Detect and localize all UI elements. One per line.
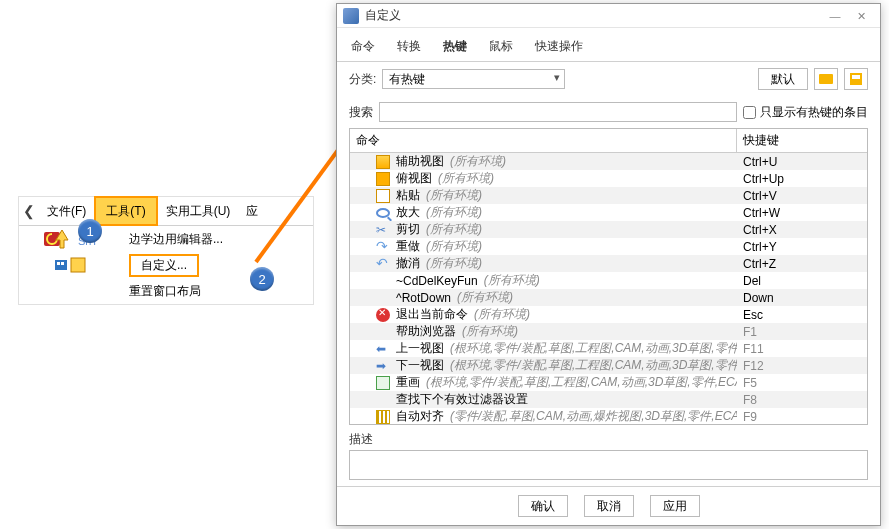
shortcut-value: Ctrl+Y	[743, 240, 777, 254]
arrr-icon: ➡	[376, 359, 390, 373]
command-name: 俯视图	[396, 170, 432, 187]
tab-commands[interactable]: 命令	[349, 34, 377, 61]
list-row[interactable]: ~CdDelKeyFun (所有环境)Del	[350, 272, 867, 289]
list-row[interactable]: 查找下个有效过滤器设置 F8	[350, 391, 867, 408]
col-header-shortcut[interactable]: 快捷键	[737, 129, 867, 152]
floppy-icon	[850, 73, 862, 85]
dialog-tabs: 命令 转换 热键 鼠标 快速操作	[337, 28, 880, 62]
shortcut-value: Esc	[743, 308, 763, 322]
command-context: (所有环境)	[426, 221, 482, 238]
command-context: (根环境,零件/装配,草图,工程图,CAM,动画,3D草图,零件,ECAD装配)	[450, 357, 737, 374]
tab-transform[interactable]: 转换	[395, 34, 423, 61]
command-name: 辅助视图	[396, 153, 444, 170]
tab-quick[interactable]: 快速操作	[533, 34, 585, 61]
list-row[interactable]: ⬅上一视图 (根环境,零件/装配,草图,工程图,CAM,动画,3D草图,零件,E…	[350, 340, 867, 357]
only-hotkey-label: 只显示有热键的条目	[760, 104, 868, 121]
command-context: (所有环境)	[457, 289, 513, 306]
search-input[interactable]	[379, 102, 737, 122]
command-name: 退出当前命令	[396, 306, 468, 323]
command-context: (所有环境)	[474, 306, 530, 323]
list-row[interactable]: 放大 (所有环境)Ctrl+W	[350, 204, 867, 221]
command-name: 剪切	[396, 221, 420, 238]
only-hotkey-checkbox[interactable]: 只显示有热键的条目	[743, 104, 868, 121]
command-context: (根环境,零件/装配,草图,工程图,CAM,动画,3D草图,零件,ECAD装配)	[450, 340, 737, 357]
command-name: 重做	[396, 238, 420, 255]
clip-icon	[376, 189, 390, 203]
grid-icon	[376, 410, 390, 424]
open-folder-button[interactable]	[814, 68, 838, 90]
only-hotkey-check[interactable]	[743, 106, 756, 119]
undo-icon	[376, 257, 390, 271]
hotkey-list: 命令 快捷键 辅助视图 (所有环境)Ctrl+U俯视图 (所有环境)Ctrl+U…	[349, 128, 868, 425]
shortcut-value: F11	[743, 342, 764, 356]
command-context: (所有环境)	[426, 255, 482, 272]
shortcut-value: Del	[743, 274, 761, 288]
category-select[interactable]: 有热键	[382, 69, 565, 89]
command-name: 查找下个有效过滤器设置	[396, 391, 528, 408]
shortcut-value: F12	[743, 359, 764, 373]
cancel-button[interactable]: 取消	[584, 495, 634, 517]
list-row[interactable]: 重画 (根环境,零件/装配,草图,工程图,CAM,动画,3D草图,零件,ECAD…	[350, 374, 867, 391]
list-row[interactable]: 退出当前命令 (所有环境)Esc	[350, 306, 867, 323]
command-name: ^RotDown	[396, 291, 451, 305]
command-context: (所有环境)	[426, 204, 482, 221]
list-row[interactable]: 俯视图 (所有环境)Ctrl+Up	[350, 170, 867, 187]
command-name: 重画	[396, 374, 420, 391]
shortcut-value: F9	[743, 410, 757, 424]
list-header: 命令 快捷键	[350, 129, 867, 153]
command-name: 自动对齐	[396, 408, 444, 424]
category-label: 分类:	[349, 71, 376, 88]
app-icon	[343, 8, 359, 24]
dialog-titlebar: 自定义 — ✕	[337, 4, 880, 28]
shortcut-value: Ctrl+W	[743, 206, 780, 220]
list-row[interactable]: 自动对齐 (零件/装配,草图,CAM,动画,爆炸视图,3D草图,零件,ECAD装…	[350, 408, 867, 424]
command-name: 帮助浏览器	[396, 323, 456, 340]
shortcut-value: Ctrl+V	[743, 189, 777, 203]
tab-mouse[interactable]: 鼠标	[487, 34, 515, 61]
apply-button[interactable]: 应用	[650, 495, 700, 517]
command-name: 下一视图	[396, 357, 444, 374]
list-row[interactable]: 重做 (所有环境)Ctrl+Y	[350, 238, 867, 255]
list-row[interactable]: ➡下一视图 (根环境,零件/装配,草图,工程图,CAM,动画,3D草图,零件,E…	[350, 357, 867, 374]
customize-dialog: 自定义 — ✕ 命令 转换 热键 鼠标 快速操作 分类: 有热键 默认 搜索 只…	[336, 3, 881, 526]
command-context: (零件/装配,草图,CAM,动画,爆炸视图,3D草图,零件,ECAD装配,EC)	[450, 408, 737, 424]
description-label: 描述	[349, 432, 373, 446]
list-row[interactable]: 帮助浏览器 (所有环境)F1	[350, 323, 867, 340]
stop-icon	[376, 308, 390, 322]
list-row[interactable]: ✂剪切 (所有环境)Ctrl+X	[350, 221, 867, 238]
shortcut-value: Ctrl+X	[743, 223, 777, 237]
shortcut-value: Ctrl+Up	[743, 172, 784, 186]
tab-hotkeys[interactable]: 热键	[441, 34, 469, 61]
command-context: (所有环境)	[484, 272, 540, 289]
search-label: 搜索	[349, 104, 373, 121]
shortcut-value: F1	[743, 325, 757, 339]
ref-icon	[376, 376, 390, 390]
ok-button[interactable]: 确认	[518, 495, 568, 517]
scis-icon: ✂	[376, 223, 390, 237]
list-row[interactable]: ^RotDown (所有环境)Down	[350, 289, 867, 306]
shortcut-value: F5	[743, 376, 757, 390]
minimize-button[interactable]: —	[822, 7, 848, 25]
folder-icon	[819, 74, 833, 84]
arrl-icon: ⬅	[376, 342, 390, 356]
close-button[interactable]: ✕	[848, 7, 874, 25]
command-context: (所有环境)	[426, 187, 482, 204]
command-name: 粘贴	[396, 187, 420, 204]
list-row[interactable]: 撤消 (所有环境)Ctrl+Z	[350, 255, 867, 272]
mag-icon	[376, 208, 390, 218]
command-context: (所有环境)	[426, 238, 482, 255]
list-body[interactable]: 辅助视图 (所有环境)Ctrl+U俯视图 (所有环境)Ctrl+Up粘贴 (所有…	[350, 153, 867, 424]
defaults-button[interactable]: 默认	[758, 68, 808, 90]
list-row[interactable]: 粘贴 (所有环境)Ctrl+V	[350, 187, 867, 204]
shortcut-value: F8	[743, 393, 757, 407]
description-box	[349, 450, 868, 480]
save-button[interactable]	[844, 68, 868, 90]
shortcut-value: Down	[743, 291, 774, 305]
command-context: (所有环境)	[438, 170, 494, 187]
command-name: 放大	[396, 204, 420, 221]
cube-icon	[376, 155, 390, 169]
shortcut-value: Ctrl+U	[743, 155, 777, 169]
col-header-command[interactable]: 命令	[350, 129, 737, 152]
command-name: ~CdDelKeyFun	[396, 274, 478, 288]
list-row[interactable]: 辅助视图 (所有环境)Ctrl+U	[350, 153, 867, 170]
